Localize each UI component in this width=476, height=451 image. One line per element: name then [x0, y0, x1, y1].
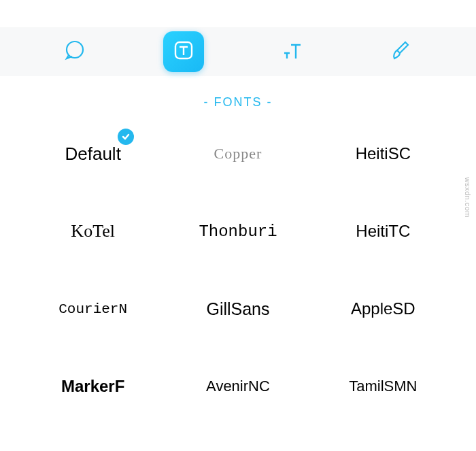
- tab-text-box[interactable]: [163, 31, 204, 72]
- font-option-gillsans[interactable]: GillSans: [165, 293, 310, 324]
- font-option-heitisc[interactable]: HeitiSC: [311, 138, 456, 169]
- section-title: - FONTS -: [0, 95, 476, 110]
- font-label: Default: [65, 144, 120, 165]
- font-option-couriern[interactable]: CourierN: [20, 293, 165, 324]
- font-option-avenirnc[interactable]: AvenirNC: [165, 371, 310, 402]
- font-label: Thonburi: [199, 222, 277, 241]
- font-option-kotel[interactable]: KoTel: [20, 216, 165, 247]
- tab-text-size[interactable]: [272, 31, 313, 72]
- font-option-tamilsmn[interactable]: TamilSMN: [311, 371, 456, 402]
- watermark: wsxdn.com: [464, 177, 472, 218]
- font-option-heititc[interactable]: HeitiTC: [311, 216, 456, 247]
- font-label: AppleSD: [351, 299, 415, 318]
- chat-bubble-icon: [63, 38, 87, 65]
- font-label: KoTel: [71, 221, 115, 241]
- text-size-icon: [280, 38, 305, 65]
- font-label: TamilSMN: [349, 378, 417, 395]
- font-option-default[interactable]: Default: [20, 138, 165, 169]
- font-label: AvenirNC: [206, 378, 270, 395]
- font-label: Copper: [214, 145, 262, 163]
- font-label: HeitiSC: [356, 144, 411, 163]
- font-option-thonburi[interactable]: Thonburi: [165, 216, 310, 247]
- font-label: GillSans: [206, 299, 269, 319]
- font-grid: Default Copper HeitiSC KoTel Thonburi He…: [0, 110, 476, 402]
- text-box-icon: [171, 38, 196, 65]
- font-option-applesd[interactable]: AppleSD: [311, 293, 456, 324]
- font-label: MarkerF: [61, 377, 124, 396]
- tab-brush[interactable]: [381, 31, 422, 72]
- toolbar: [0, 27, 476, 76]
- font-option-copper[interactable]: Copper: [165, 138, 310, 169]
- brush-icon: [389, 38, 413, 65]
- font-label: HeitiTC: [356, 222, 410, 241]
- check-icon: [118, 129, 134, 145]
- font-label: CourierN: [58, 301, 127, 317]
- tab-chat[interactable]: [54, 31, 95, 72]
- font-option-markerf[interactable]: MarkerF: [20, 371, 165, 402]
